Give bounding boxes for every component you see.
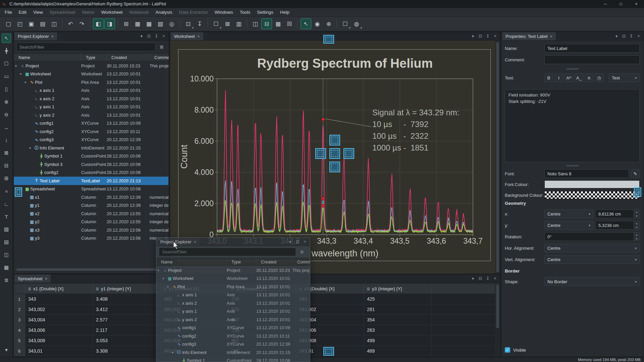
spin-up-icon[interactable]: ▴ [634, 233, 639, 237]
dock-menu-icon[interactable]: ▾ [469, 275, 477, 282]
column-header[interactable]: ≣y3 {Integer} [Y] [364, 284, 432, 294]
zoom-x-select-tool-icon[interactable]: ▭ [2, 72, 11, 81]
drop-edge-indicator-left[interactable] [15, 187, 22, 197]
dock-menu-icon[interactable]: ▾ [613, 33, 620, 40]
drop-edge-indicator-top[interactable] [323, 35, 334, 44]
dock-float-icon[interactable]: ⊡ [145, 33, 153, 40]
chevron-down-icon[interactable]: ▾ [192, 26, 194, 29]
save-project-icon[interactable]: ▣ [26, 18, 37, 29]
menu-view[interactable]: View [30, 8, 46, 17]
dock-pin-icon[interactable]: ↧ [153, 33, 160, 40]
floating-project-explorer[interactable]: Project Explorer × ▾⊡× ≣ Name Type Creat… [156, 237, 310, 362]
zoom-in-tool-icon[interactable]: ⊕ [2, 97, 11, 107]
column-header[interactable]: ≣y1 {Integer} [Y] [93, 284, 161, 294]
color-picker-icon[interactable]: ◎ [166, 18, 177, 29]
vertical-scrollbar[interactable] [495, 41, 500, 274]
tree-row[interactable]: ╋config2CustomPoint28.12.2020 10:06 [14, 169, 168, 177]
expander-icon[interactable]: ▾ [24, 80, 29, 84]
grid-layout-icon[interactable]: ▦ [273, 18, 283, 29]
text-mode-combo[interactable]: Text ▾ [609, 73, 640, 82]
expander-icon[interactable]: ▾ [162, 277, 167, 280]
list-view-tool-icon[interactable]: ≣ [2, 276, 11, 285]
search-input[interactable] [16, 43, 155, 51]
tree-row[interactable]: ∟x axis 2Axis13.12.2020 10:01 [156, 299, 310, 307]
subscript-button[interactable]: A_ [575, 73, 583, 82]
dock-pin-icon[interactable]: ↧ [628, 33, 635, 40]
tab-close-icon[interactable]: × [550, 34, 553, 39]
tree-row[interactable]: ▾⌂ProjectProject30.11.2020 15:23This pro… [14, 62, 168, 70]
menu-help[interactable]: Help [277, 8, 293, 17]
tab-close-icon[interactable]: × [45, 276, 48, 281]
splitter-grip[interactable] [566, 68, 579, 70]
edit-font-icon[interactable]: ✎ [631, 169, 640, 178]
crosshair-mode-icon[interactable]: ◉ [312, 18, 323, 29]
grid-view-tool-icon[interactable]: ▦ [2, 263, 11, 272]
insert-datetime-button[interactable]: ◷ [595, 73, 603, 82]
drop-edge-indicator-right[interactable] [634, 187, 641, 197]
toggle-project-explorer-icon[interactable]: ◧ [93, 18, 104, 29]
new-notebook-icon[interactable]: ▧ [155, 18, 166, 29]
bold-button[interactable]: B [544, 73, 553, 82]
dock-float-icon[interactable]: ⊡ [477, 275, 484, 282]
dock-menu-icon[interactable]: ▾ [469, 33, 477, 40]
auto-scale-y-tool-icon[interactable]: ⊞ [2, 174, 11, 183]
tree-row[interactable]: ∟x axis 2Axis13.12.2020 10:01 [14, 95, 168, 103]
split-view-tool-icon[interactable]: ◫ [2, 250, 11, 259]
menu-notebook[interactable]: Notebook [126, 8, 152, 17]
spin-down-icon[interactable]: ▾ [634, 237, 639, 241]
add-legend-tool-icon[interactable]: ▤ [2, 237, 11, 247]
tree-row[interactable]: ∟y axis 1Axis13.12.2020 10:01 [156, 307, 310, 316]
table-cell[interactable]: 3.308 [93, 346, 161, 356]
column-header-name[interactable]: Name [156, 258, 227, 265]
spin-down-icon[interactable]: ▾ [634, 225, 639, 229]
table-cell[interactable]: 343,01 [25, 346, 93, 356]
table-cell[interactable]: 3.053 [93, 336, 161, 346]
insert-symbol-button[interactable]: π [585, 73, 593, 82]
tree-row[interactable]: ▾▦SpreadsheetSpreadsheet13.12.2020 10:08 [14, 185, 168, 193]
break-layout-icon[interactable]: ☒ [284, 18, 295, 29]
horizontal-layout-icon[interactable]: ⊟ [261, 18, 272, 29]
add-text-tool-icon[interactable]: T [2, 212, 11, 221]
add-axis-tool-icon[interactable]: ∟ [2, 199, 11, 208]
expander-icon[interactable]: ▾ [158, 268, 162, 272]
drop-indicator-left[interactable] [315, 148, 326, 159]
border-shape-combo[interactable]: No Border▾ [544, 277, 640, 286]
add-curve-tool-icon[interactable]: ≈ [2, 186, 11, 196]
auto-scale-x-tool-icon[interactable]: ⊟ [2, 161, 11, 170]
tree-row[interactable]: ∿config1XYCurve13.12.2020 10:09 [14, 119, 168, 128]
dock-close-icon[interactable]: × [491, 33, 499, 40]
drop-indicator-top[interactable] [329, 135, 340, 145]
screenshot-icon[interactable]: ▥ [233, 18, 244, 29]
drop-indicator-right[interactable] [343, 148, 354, 159]
dock-close-icon[interactable]: × [491, 275, 499, 282]
expander-icon[interactable]: ▾ [20, 72, 24, 76]
table-cell[interactable]: 281 [364, 304, 432, 314]
tree-row[interactable]: ∿config3XYCurve20.12.2020 12:39 [156, 340, 310, 349]
column-header-comment[interactable]: Comment [150, 54, 169, 61]
expander-icon[interactable]: ▾ [172, 351, 176, 354]
table-cell[interactable]: 343,008 [25, 336, 93, 346]
table-cell[interactable]: 343 [25, 294, 93, 304]
tree-row[interactable]: TText LabelTextLabel20.12.2020 21:13 [14, 177, 168, 185]
tab-project-explorer[interactable]: Project Explorer × [14, 32, 57, 40]
menu-file[interactable]: File [1, 8, 15, 17]
spin-up-icon[interactable]: ▴ [634, 221, 639, 225]
vert-alignment-combo[interactable]: Centre▾ [544, 255, 640, 264]
zoom-y-select-tool-icon[interactable]: ▯ [2, 84, 11, 94]
chevron-down-icon[interactable]: ▾ [349, 26, 351, 29]
table-cell[interactable]: 425 [364, 294, 432, 304]
minimize-button[interactable]: ─ [598, 0, 613, 8]
row-number[interactable]: 5 [14, 336, 25, 346]
select-mode-icon[interactable]: ↖ [301, 18, 311, 29]
menu-data-extractor[interactable]: Data Extractor [176, 8, 211, 17]
expander-icon[interactable]: ▾ [15, 64, 19, 68]
close-button[interactable]: × [629, 0, 644, 8]
tree-row[interactable]: ∿config3XYCurve20.12.2020 12:39 [14, 136, 168, 144]
hor-alignment-combo[interactable]: Centre▾ [544, 244, 640, 252]
table-cell[interactable]: 2.577 [93, 315, 161, 325]
drop-indicator-bottom[interactable] [329, 162, 340, 172]
tree-row[interactable]: ▥x1Column20.12.2020 12:39numerical [14, 193, 168, 201]
spin-down-icon[interactable]: ▾ [634, 214, 639, 218]
filter-options-icon[interactable]: ≣ [157, 43, 166, 51]
tree-row[interactable]: ∟x axis 1Axis13.12.2020 10:01 [156, 291, 310, 299]
